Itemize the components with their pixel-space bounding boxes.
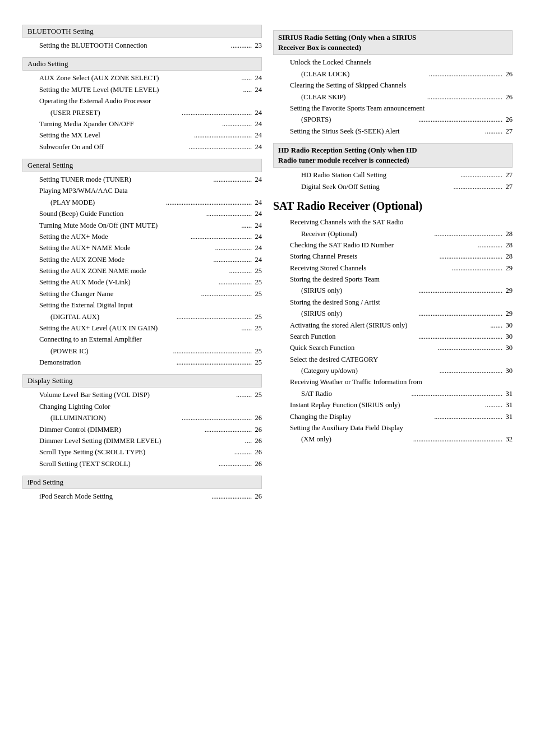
entry-page-num: 25 [252, 289, 262, 299]
entry-dots: ................................. [194, 130, 252, 141]
entry-dots: ............................. [201, 289, 252, 299]
entry-dots: ....................... [211, 491, 252, 502]
entry-text: Setting the MUTE Level (MUTE LEVEL) [39, 85, 243, 95]
entry-text: SAT Radio [301, 389, 412, 399]
entry-page-num: 27 [502, 182, 513, 192]
list-item: Setting the AUX+ Mode...................… [22, 232, 262, 243]
entry-dots: ........................................… [418, 331, 502, 342]
entry-page-num: 26 [252, 447, 262, 458]
entry-text: HD Radio Station Call Setting [301, 170, 460, 181]
entry-text: Select the desired CATEGORY [290, 354, 502, 365]
entry-text: (DIGITAL AUX) [50, 312, 177, 322]
entry-text: Receiving Stored Channels [290, 263, 451, 274]
entry-page-num: 24 [252, 255, 262, 265]
entry-page-num: 28 [502, 251, 513, 262]
entry-page-num: 25 [252, 357, 262, 368]
right-column: SIRIUS Radio Setting (Only when a SIRIUS… [273, 25, 513, 503]
entry-page-num: 24 [252, 209, 262, 219]
entry-text: (USER PRESET) [50, 108, 182, 118]
entry-page-num: 32 [502, 434, 513, 445]
list-item: Setting the Sirius Seek (S-SEEK) Alert..… [273, 126, 513, 137]
entry-page-num: 24 [252, 220, 262, 231]
entry-page-num: 28 [502, 229, 513, 239]
entry-dots: ........................................… [418, 114, 502, 125]
entry-page-num: 26 [502, 69, 513, 80]
list-item: SAT Radio...............................… [273, 389, 513, 400]
list-item: Receiving Stored Channels...............… [273, 263, 513, 274]
entry-text: Receiver (Optional) [301, 229, 434, 239]
entry-dots: .............. [478, 240, 502, 251]
entry-page-num: 31 [502, 389, 513, 399]
entry-dots: ............. [229, 266, 252, 276]
entry-page-num: 24 [252, 232, 262, 242]
entry-page-num: 25 [252, 277, 262, 288]
list-item: Setting the Changer Name................… [22, 289, 262, 300]
entry-dots: ....................................... [434, 229, 502, 239]
entry-text: Demonstration [39, 357, 177, 368]
list-item: Turning Mute Mode On/Off (INT MUTE).....… [22, 220, 262, 232]
entry-dots: ........................................… [177, 357, 252, 368]
entry-page-num: 26 [502, 92, 513, 103]
entry-dots: ................... [219, 277, 252, 288]
entry-text: Sound (Beep) Guide Function [39, 209, 206, 219]
entry-dots: ...................... [213, 174, 252, 185]
list-item: (USER PRESET)...........................… [22, 108, 262, 119]
entry-page-num: 29 [502, 285, 513, 296]
entry-text: Dimmer Control (DIMMER) [39, 425, 205, 435]
entry-dots: ..................... [215, 243, 252, 253]
list-item: Unlock the Locked Channels [273, 57, 513, 68]
entry-dots: ...................... [213, 255, 252, 265]
entry-text: Search Function [290, 331, 418, 342]
entry-dots: ........................................ [182, 413, 252, 423]
entry-text: Storing Channel Presets [290, 251, 440, 262]
entry-page-num: 24 [252, 142, 262, 153]
list-item: Receiving Weather or Traffic Information… [273, 377, 513, 388]
entry-page-num: 26 [252, 459, 262, 469]
list-item: Changing Lighting Color [22, 402, 262, 413]
entry-text: (SPORTS) [301, 114, 418, 125]
entry-text: (ILLUMINATION) [50, 413, 182, 423]
entry-dots: .......................... [206, 209, 252, 219]
entry-dots: .................................... [189, 142, 252, 153]
entry-text: Volume Level Bar Setting (VOL DISP) [39, 390, 236, 400]
list-item: HD Radio Station Call Setting...........… [273, 170, 513, 181]
list-item: Quick Search Function...................… [273, 343, 513, 354]
list-item: Digital Seek On/Off Setting.............… [273, 182, 513, 193]
entry-text: Changing Lighting Color [39, 402, 252, 412]
list-item: Subwoofer On and Off....................… [22, 142, 262, 153]
entry-page-num: 24 [252, 243, 262, 253]
list-item: Demonstration...........................… [22, 357, 262, 368]
section-header-display: Display Setting [22, 374, 262, 388]
list-item: Operating the External Audio Processor [22, 96, 262, 107]
entry-dots: ......... [236, 390, 252, 400]
entry-page-num: 27 [502, 170, 513, 181]
entry-page-num: 31 [502, 412, 513, 422]
list-item: Storing the desired Sports Team [273, 274, 513, 285]
entry-text: Storing the desired Song / Artist [290, 297, 502, 308]
entry-text: Dimmer Level Setting (DIMMER LEVEL) [39, 436, 245, 446]
entry-text: (POWER IC) [50, 346, 173, 357]
entry-dots: ...... [241, 220, 252, 231]
entry-page-num: 29 [502, 263, 513, 274]
entry-dots: .......... [485, 126, 502, 137]
entry-page-num: 30 [502, 331, 513, 342]
entry-text: Setting the AUX+ Level (AUX IN GAIN) [39, 323, 241, 334]
entry-dots: ........................... [205, 425, 252, 435]
entry-dots: ....................................... [434, 412, 502, 422]
entry-text: Connecting to an External Amplifier [39, 334, 252, 345]
entry-text: Receiving Weather or Traffic Information… [290, 377, 502, 388]
entry-page-num: 25 [252, 312, 262, 322]
sat-section-title: SAT Radio Receiver (Optional) [273, 200, 513, 213]
entry-dots: ........................................ [182, 108, 252, 118]
list-item: Setting the MX Level....................… [22, 130, 262, 141]
entry-dots: ..... [243, 85, 252, 95]
entry-dots: .................................... [440, 251, 503, 262]
sirius-section-header: SIRIUS Radio Setting (Only when a SIRIUS… [273, 30, 513, 55]
entry-page-num: 29 [502, 308, 513, 319]
entry-page-num: 30 [502, 343, 513, 353]
entry-text: Activating the stored Alert (SIRIUS only… [290, 320, 490, 331]
entry-page-num: 24 [252, 130, 262, 141]
entry-page-num: 24 [252, 85, 262, 95]
entry-text: Setting the Changer Name [39, 289, 201, 299]
section-header-ipod: iPod Setting [22, 476, 262, 489]
